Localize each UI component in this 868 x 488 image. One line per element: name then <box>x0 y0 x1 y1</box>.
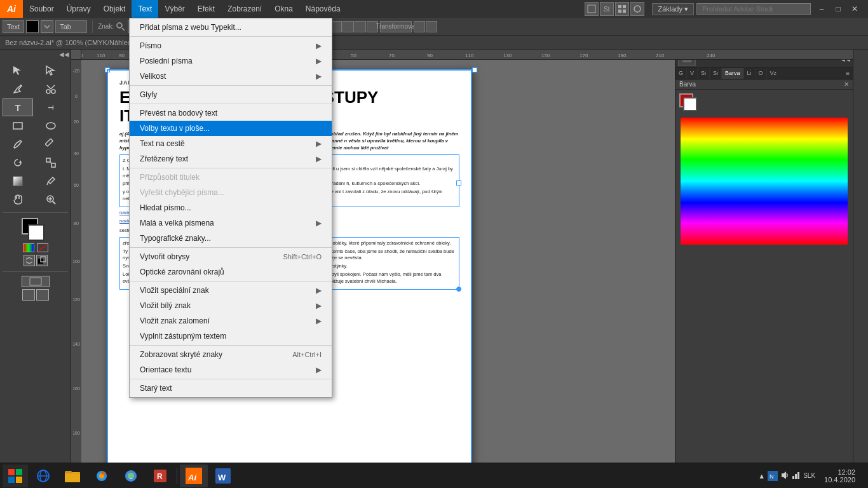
close-button[interactable]: ✕ <box>846 0 863 18</box>
direct-selection-tool[interactable] <box>36 62 66 79</box>
menu-item-find-font[interactable]: Hledat písmo... <box>130 200 332 215</box>
menu-item-case[interactable]: Malá a velká písmena ▶ <box>130 215 332 231</box>
menu-item-font[interactable]: Písmo ▶ <box>130 38 332 53</box>
hand-tool[interactable] <box>3 191 33 208</box>
menu-item-convert-point[interactable]: Převést na bodový text <box>130 105 332 121</box>
right-scrollbar[interactable] <box>853 50 868 463</box>
taskbar-app-word[interactable]: W <box>209 464 237 487</box>
view-btn-2[interactable]: St <box>600 2 614 16</box>
tray-icon-1[interactable]: N <box>768 471 778 481</box>
stroke-color-box[interactable] <box>28 224 44 241</box>
none-mode[interactable] <box>37 243 48 252</box>
menu-item-insert-break[interactable]: Vložit znak zalomení ▶ <box>130 313 332 329</box>
taskbar-app-illustrator[interactable]: Ai <box>180 464 208 487</box>
menu-item-area-options[interactable]: Volby textu v ploše... <box>130 121 332 136</box>
menu-item-threaded[interactable]: Zřetězený text ▶ <box>130 151 332 166</box>
menu-zobrazeni[interactable]: Zobrazení <box>221 0 268 18</box>
zoom-tool[interactable] <box>36 191 66 208</box>
menu-item-legacy[interactable]: Starý text <box>130 381 332 396</box>
text-link-handle[interactable] <box>456 180 461 186</box>
gradient-tool[interactable] <box>3 172 33 190</box>
spacing-btn-2[interactable] <box>342 21 354 32</box>
clock[interactable]: 12:02 10.4.2020 <box>820 468 859 484</box>
menu-item-create-outlines[interactable]: Vytvořit obrysy Shift+Ctrl+O <box>130 249 332 264</box>
extra-btn-2[interactable] <box>426 21 437 32</box>
start-button[interactable] <box>3 464 28 487</box>
pen-tool[interactable] <box>3 80 33 98</box>
paintbrush-tool[interactable] <box>3 135 33 153</box>
stroke-indicator[interactable] <box>683 97 697 111</box>
minimize-button[interactable]: – <box>813 0 830 18</box>
view-btn-4[interactable] <box>630 2 644 16</box>
tray-show-hidden[interactable]: ▲ <box>758 472 765 480</box>
stock-search[interactable] <box>696 3 811 15</box>
color-mode[interactable] <box>23 243 34 252</box>
taskbar-app-red[interactable]: R <box>146 464 174 487</box>
menu-item-typekit[interactable]: Přidat písma z webu Typekit... <box>130 20 332 35</box>
menu-item-recent-font[interactable]: Poslední písma ▶ <box>130 53 332 69</box>
tab-Barva[interactable]: Barva <box>722 68 744 79</box>
menu-item-on-path[interactable]: Text na cestě ▶ <box>130 136 332 151</box>
menu-vyber[interactable]: Výběr <box>158 0 191 18</box>
rectangle-tool[interactable] <box>3 117 33 135</box>
spacing-btn-1[interactable] <box>330 21 342 32</box>
menu-text[interactable]: Text <box>132 0 158 18</box>
menu-item-typo-marks[interactable]: Typografické znaky... <box>130 231 332 246</box>
tab-G[interactable]: G <box>675 68 687 79</box>
taskbar-app-ie[interactable] <box>29 464 57 487</box>
color-options[interactable] <box>41 20 53 33</box>
taskbar-app-browser2[interactable] <box>117 464 145 487</box>
menu-item-glyphs[interactable]: Glyfy <box>130 87 332 102</box>
sub-mode-2[interactable] <box>36 289 49 301</box>
sound-icon[interactable] <box>780 471 789 481</box>
tab-Vz[interactable]: Vz <box>767 68 780 79</box>
color-panel-close[interactable]: ✕ <box>844 81 849 88</box>
vertical-type-tool[interactable]: T <box>36 98 66 116</box>
menu-item-optical-margin[interactable]: Optické zarovnání okrajů <box>130 264 332 280</box>
tab-Li[interactable]: Li <box>744 68 756 79</box>
eyedropper-tool[interactable] <box>36 172 66 190</box>
transform-btn[interactable]: Transformovat <box>380 21 412 32</box>
sub-mode-1[interactable] <box>22 289 35 301</box>
color-picker[interactable] <box>681 118 848 245</box>
panel-menu-btn[interactable]: ≡ <box>843 68 853 79</box>
scissors-tool[interactable] <box>36 80 66 98</box>
menu-item-orientation[interactable]: Orientace textu ▶ <box>130 362 332 377</box>
menu-okna[interactable]: Okna <box>268 0 299 18</box>
menu-item-insert-white[interactable]: Vložit bílý znak ▶ <box>130 298 332 313</box>
corner-handle-tl[interactable] <box>105 67 110 72</box>
extra-btn-1[interactable] <box>414 21 425 32</box>
stroke-color[interactable] <box>26 20 39 33</box>
scale-tool[interactable] <box>36 154 66 172</box>
text-flow-handle[interactable] <box>456 287 461 292</box>
panel-collapse[interactable]: ◀◀ <box>59 51 69 58</box>
tab-Si1[interactable]: Si <box>698 68 710 79</box>
tab-V[interactable]: V <box>687 68 698 79</box>
spacing-btn-3[interactable] <box>355 21 366 32</box>
menu-soubor[interactable]: Soubor <box>23 0 60 18</box>
menu-item-insert-special[interactable]: Vložit speciální znak ▶ <box>130 283 332 298</box>
menu-objekt[interactable]: Objekt <box>97 0 132 18</box>
menu-efekt[interactable]: Efekt <box>191 0 221 18</box>
menu-item-show-hidden[interactable]: Zobrazovat skryté znaky Alt+Ctrl+I <box>130 347 332 362</box>
swap-colors[interactable] <box>24 255 35 266</box>
type-tool[interactable]: T <box>3 98 33 116</box>
workspace-selector[interactable]: Základy ▾ <box>652 3 694 15</box>
corner-handle-tr[interactable] <box>472 67 477 72</box>
menu-item-fill-placeholder[interactable]: Vyplnit zástupným textem <box>130 329 332 344</box>
taskbar-app-firefox[interactable] <box>88 464 116 487</box>
view-btn-1[interactable] <box>585 2 599 16</box>
network-icon[interactable] <box>792 471 801 481</box>
tab-O[interactable]: O <box>756 68 767 79</box>
selection-tool[interactable] <box>3 62 33 79</box>
taskbar-app-explorer[interactable] <box>58 464 86 487</box>
menu-napoveda[interactable]: Nápověda <box>299 0 347 18</box>
rotate-tool[interactable] <box>3 154 33 172</box>
ellipse-tool[interactable] <box>36 117 66 135</box>
tab-Si2[interactable]: Si <box>710 68 722 79</box>
menu-upravy[interactable]: Úpravy <box>60 0 97 18</box>
menu-item-size[interactable]: Velikost ▶ <box>130 69 332 84</box>
pencil-tool[interactable] <box>36 135 66 153</box>
restore-button[interactable]: □ <box>830 0 846 18</box>
view-btn-3[interactable] <box>615 2 629 16</box>
